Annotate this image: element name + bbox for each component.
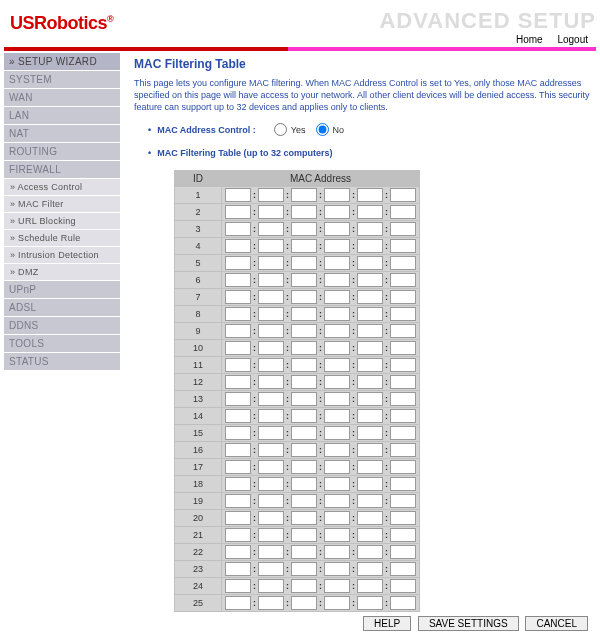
- mac-octet-input[interactable]: [225, 307, 251, 321]
- mac-octet-input[interactable]: [258, 188, 284, 202]
- mac-octet-input[interactable]: [291, 579, 317, 593]
- sidebar-item[interactable]: TOOLS: [4, 335, 120, 353]
- mac-octet-input[interactable]: [225, 256, 251, 270]
- mac-octet-input[interactable]: [291, 205, 317, 219]
- mac-octet-input[interactable]: [225, 273, 251, 287]
- mac-octet-input[interactable]: [357, 511, 383, 525]
- mac-octet-input[interactable]: [324, 494, 350, 508]
- mac-octet-input[interactable]: [291, 528, 317, 542]
- sidebar-item[interactable]: » Schedule Rule: [4, 230, 120, 247]
- mac-octet-input[interactable]: [390, 579, 416, 593]
- mac-octet-input[interactable]: [357, 494, 383, 508]
- mac-octet-input[interactable]: [291, 358, 317, 372]
- mac-octet-input[interactable]: [258, 375, 284, 389]
- mac-octet-input[interactable]: [390, 477, 416, 491]
- mac-octet-input[interactable]: [225, 562, 251, 576]
- mac-octet-input[interactable]: [258, 443, 284, 457]
- mac-octet-input[interactable]: [390, 596, 416, 610]
- mac-octet-input[interactable]: [390, 426, 416, 440]
- mac-octet-input[interactable]: [225, 358, 251, 372]
- mac-octet-input[interactable]: [291, 460, 317, 474]
- mac-octet-input[interactable]: [324, 477, 350, 491]
- mac-octet-input[interactable]: [390, 324, 416, 338]
- mac-octet-input[interactable]: [225, 579, 251, 593]
- mac-octet-input[interactable]: [258, 511, 284, 525]
- sidebar-item[interactable]: » MAC Filter: [4, 196, 120, 213]
- mac-octet-input[interactable]: [225, 477, 251, 491]
- mac-octet-input[interactable]: [258, 545, 284, 559]
- mac-octet-input[interactable]: [390, 494, 416, 508]
- mac-octet-input[interactable]: [291, 494, 317, 508]
- mac-control-yes-radio[interactable]: [274, 123, 287, 136]
- mac-octet-input[interactable]: [357, 545, 383, 559]
- mac-octet-input[interactable]: [258, 273, 284, 287]
- help-button[interactable]: HELP: [363, 616, 411, 631]
- mac-octet-input[interactable]: [390, 273, 416, 287]
- mac-octet-input[interactable]: [390, 222, 416, 236]
- mac-octet-input[interactable]: [291, 596, 317, 610]
- mac-octet-input[interactable]: [324, 358, 350, 372]
- mac-octet-input[interactable]: [324, 579, 350, 593]
- mac-octet-input[interactable]: [258, 426, 284, 440]
- mac-octet-input[interactable]: [357, 477, 383, 491]
- mac-octet-input[interactable]: [225, 409, 251, 423]
- sidebar-item[interactable]: UPnP: [4, 281, 120, 299]
- mac-octet-input[interactable]: [390, 341, 416, 355]
- mac-octet-input[interactable]: [291, 290, 317, 304]
- mac-octet-input[interactable]: [324, 511, 350, 525]
- mac-octet-input[interactable]: [225, 375, 251, 389]
- mac-octet-input[interactable]: [291, 307, 317, 321]
- mac-octet-input[interactable]: [357, 290, 383, 304]
- mac-octet-input[interactable]: [291, 341, 317, 355]
- mac-octet-input[interactable]: [324, 409, 350, 423]
- mac-octet-input[interactable]: [225, 545, 251, 559]
- mac-octet-input[interactable]: [258, 290, 284, 304]
- mac-octet-input[interactable]: [258, 358, 284, 372]
- mac-octet-input[interactable]: [291, 324, 317, 338]
- mac-octet-input[interactable]: [324, 307, 350, 321]
- cancel-button[interactable]: CANCEL: [525, 616, 588, 631]
- mac-octet-input[interactable]: [390, 392, 416, 406]
- mac-octet-input[interactable]: [225, 205, 251, 219]
- mac-octet-input[interactable]: [390, 205, 416, 219]
- mac-octet-input[interactable]: [390, 239, 416, 253]
- mac-octet-input[interactable]: [258, 477, 284, 491]
- mac-octet-input[interactable]: [324, 256, 350, 270]
- sidebar-item[interactable]: LAN: [4, 107, 120, 125]
- mac-octet-input[interactable]: [324, 222, 350, 236]
- mac-octet-input[interactable]: [291, 562, 317, 576]
- mac-octet-input[interactable]: [258, 562, 284, 576]
- mac-octet-input[interactable]: [390, 290, 416, 304]
- mac-octet-input[interactable]: [258, 528, 284, 542]
- mac-octet-input[interactable]: [291, 409, 317, 423]
- sidebar-item[interactable]: SYSTEM: [4, 71, 120, 89]
- mac-octet-input[interactable]: [291, 256, 317, 270]
- mac-octet-input[interactable]: [357, 579, 383, 593]
- mac-octet-input[interactable]: [258, 256, 284, 270]
- mac-octet-input[interactable]: [357, 188, 383, 202]
- logout-link[interactable]: Logout: [551, 34, 594, 45]
- mac-octet-input[interactable]: [324, 392, 350, 406]
- mac-octet-input[interactable]: [324, 596, 350, 610]
- mac-octet-input[interactable]: [225, 596, 251, 610]
- mac-octet-input[interactable]: [324, 188, 350, 202]
- mac-octet-input[interactable]: [225, 511, 251, 525]
- home-link[interactable]: Home: [510, 34, 549, 45]
- mac-octet-input[interactable]: [258, 460, 284, 474]
- sidebar-item[interactable]: » Intrusion Detection: [4, 247, 120, 264]
- mac-octet-input[interactable]: [258, 596, 284, 610]
- sidebar-item[interactable]: WAN: [4, 89, 120, 107]
- mac-octet-input[interactable]: [324, 460, 350, 474]
- mac-octet-input[interactable]: [390, 511, 416, 525]
- mac-octet-input[interactable]: [225, 222, 251, 236]
- mac-octet-input[interactable]: [225, 443, 251, 457]
- mac-octet-input[interactable]: [390, 256, 416, 270]
- mac-octet-input[interactable]: [291, 375, 317, 389]
- mac-octet-input[interactable]: [258, 494, 284, 508]
- sidebar-item[interactable]: » Access Control: [4, 179, 120, 196]
- sidebar-item[interactable]: » DMZ: [4, 264, 120, 281]
- mac-octet-input[interactable]: [357, 375, 383, 389]
- mac-octet-input[interactable]: [258, 222, 284, 236]
- mac-octet-input[interactable]: [357, 273, 383, 287]
- mac-octet-input[interactable]: [357, 562, 383, 576]
